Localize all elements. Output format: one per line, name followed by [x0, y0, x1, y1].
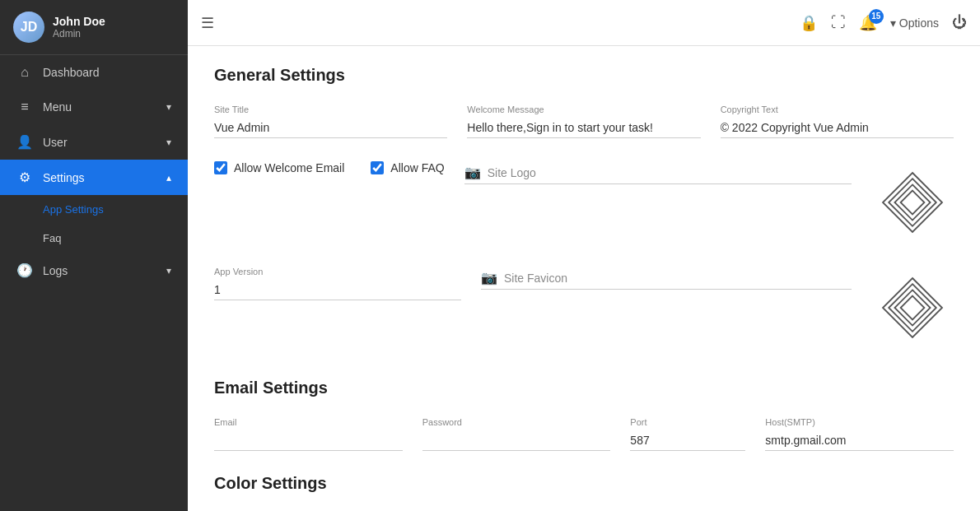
topbar: ☰ 🔒 ⛶ 🔔 15 ▾ Options ⏻ — [188, 0, 980, 46]
camera-icon-favicon: 📷 — [481, 270, 497, 286]
user-icon: 👤 — [16, 134, 33, 150]
site-favicon-group: 📷 Site Favicon — [481, 267, 852, 290]
menu-icon: ≡ — [16, 100, 33, 114]
site-logo-input[interactable]: 📷 Site Logo — [464, 161, 852, 184]
topbar-left: ☰ — [201, 14, 214, 32]
email-settings-title: Email Settings — [214, 379, 954, 397]
email-group: Email — [214, 417, 403, 451]
sidebar-item-label: User — [43, 136, 68, 149]
welcome-message-label: Welcome Message — [467, 105, 700, 114]
chevron-down-icon: ▾ — [890, 16, 896, 30]
checkbox-row: Allow Welcome Email Allow FAQ — [214, 161, 445, 174]
allow-welcome-email-label: Allow Welcome Email — [234, 161, 344, 174]
fullscreen-icon[interactable]: ⛶ — [831, 14, 846, 31]
topbar-right: 🔒 ⛶ 🔔 15 ▾ Options ⏻ — [800, 14, 967, 32]
svg-marker-4 — [883, 278, 942, 337]
app-version-input[interactable] — [214, 280, 461, 300]
password-input[interactable] — [422, 430, 611, 451]
sidebar-item-user[interactable]: 👤 User ▾ — [0, 124, 188, 160]
allow-faq-label: Allow FAQ — [390, 161, 444, 174]
notification-badge: 15 — [869, 9, 884, 24]
site-logo-preview — [871, 161, 954, 244]
copyright-text-group: Copyright Text — [721, 105, 954, 138]
sidebar-item-app-settings[interactable]: App Settings — [0, 195, 188, 224]
svg-marker-7 — [901, 296, 925, 320]
port-label: Port — [630, 417, 745, 427]
sidebar-item-dashboard[interactable]: ⌂ Dashboard — [0, 55, 188, 90]
sidebar-item-menu[interactable]: ≡ Menu ▾ — [0, 90, 188, 124]
host-label: Host(SMTP) — [765, 417, 954, 427]
copyright-text-label: Copyright Text — [721, 105, 954, 114]
email-label: Email — [214, 417, 403, 427]
email-input[interactable] — [214, 430, 403, 451]
allow-welcome-email-checkbox[interactable]: Allow Welcome Email — [214, 161, 344, 174]
sidebar-sub-item-label: Faq — [43, 232, 61, 244]
profile-role: Admin — [53, 28, 105, 39]
sidebar-item-label: Dashboard — [43, 66, 100, 79]
copyright-text-input[interactable] — [721, 118, 954, 138]
chevron-down-icon: ▾ — [166, 265, 171, 276]
profile-info: John Doe Admin — [53, 15, 105, 39]
sidebar-item-settings[interactable]: ⚙ Settings ▴ — [0, 160, 188, 195]
notifications-button[interactable]: 🔔 15 — [859, 14, 877, 32]
site-logo-group: 📷 Site Logo — [464, 161, 852, 184]
allow-faq-input[interactable] — [371, 161, 384, 174]
sidebar-profile: JD John Doe Admin — [0, 0, 188, 55]
camera-icon: 📷 — [464, 165, 481, 180]
sidebar-item-label: Logs — [43, 264, 68, 277]
site-title-label: Site Title — [214, 105, 447, 114]
password-group: Password — [422, 417, 611, 451]
allow-welcome-email-input[interactable] — [214, 161, 227, 174]
color-settings-title: Color Settings — [214, 474, 954, 493]
lock-icon[interactable]: 🔒 — [800, 14, 818, 32]
general-settings-title: General Settings — [214, 66, 954, 85]
port-group: Port — [630, 417, 745, 451]
favicon-diamond-svg — [875, 271, 950, 345]
profile-name: John Doe — [53, 15, 105, 28]
allow-faq-checkbox[interactable]: Allow FAQ — [371, 161, 444, 174]
settings-icon: ⚙ — [16, 170, 33, 185]
site-logo-label: Site Logo — [488, 166, 852, 179]
host-group: Host(SMTP) — [765, 417, 954, 451]
password-label: Password — [422, 417, 611, 427]
form-row-1: Site Title Welcome Message Copyright Tex… — [214, 105, 954, 138]
chevron-down-icon: ▾ — [166, 101, 171, 113]
sidebar-item-label: Menu — [43, 100, 72, 114]
options-button[interactable]: ▾ Options — [890, 16, 939, 30]
sidebar-item-faq[interactable]: Faq — [0, 224, 188, 253]
home-icon: ⌂ — [16, 65, 33, 80]
avatar: JD — [13, 12, 44, 43]
app-version-label: App Version — [214, 267, 461, 276]
app-version-group: App Version — [214, 267, 461, 300]
options-label: Options — [899, 16, 939, 30]
site-title-input[interactable] — [214, 118, 447, 138]
site-favicon-preview — [871, 267, 954, 349]
logo-diamond-svg — [875, 165, 950, 239]
page-content: General Settings Site Title Welcome Mess… — [188, 46, 980, 511]
logs-icon: 🕐 — [16, 262, 33, 278]
welcome-message-input[interactable] — [467, 118, 700, 138]
host-input[interactable] — [765, 430, 954, 451]
site-favicon-input[interactable]: 📷 Site Favicon — [481, 267, 852, 290]
site-favicon-label: Site Favicon — [504, 272, 852, 285]
sidebar-item-label: Settings — [43, 171, 85, 184]
hamburger-icon[interactable]: ☰ — [201, 14, 214, 32]
site-title-group: Site Title — [214, 105, 447, 138]
svg-marker-3 — [901, 191, 925, 215]
logout-icon[interactable]: ⏻ — [952, 14, 967, 31]
sidebar-item-logs[interactable]: 🕐 Logs ▾ — [0, 253, 188, 288]
svg-marker-0 — [883, 173, 942, 232]
svg-marker-1 — [889, 179, 936, 226]
main-content: ☰ 🔒 ⛶ 🔔 15 ▾ Options ⏻ General Settings … — [188, 0, 980, 511]
chevron-down-icon: ▾ — [166, 137, 171, 148]
sidebar: JD John Doe Admin ⌂ Dashboard ≡ Menu ▾ 👤… — [0, 0, 188, 511]
sidebar-sub-item-label: App Settings — [43, 203, 104, 216]
svg-marker-5 — [889, 284, 936, 332]
chevron-up-icon: ▴ — [166, 172, 171, 183]
port-input[interactable] — [630, 430, 745, 451]
welcome-message-group: Welcome Message — [467, 105, 700, 138]
email-form-row: Email Password Port Host(SMTP) — [214, 417, 954, 451]
